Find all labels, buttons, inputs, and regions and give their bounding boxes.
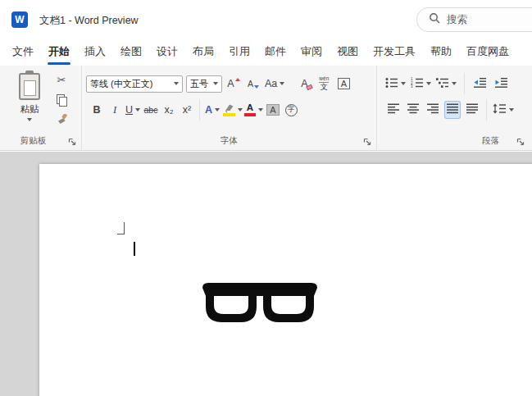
tab-help[interactable]: 帮助: [423, 39, 459, 66]
format-painter-icon: [56, 114, 68, 128]
text-effects-button[interactable]: A: [204, 101, 221, 119]
cut-button[interactable]: ✂: [51, 71, 72, 89]
tab-references[interactable]: 引用: [221, 39, 257, 66]
superscript-button[interactable]: x²: [179, 101, 195, 119]
line-spacing-icon: [493, 103, 507, 116]
clipboard-dialog-launcher[interactable]: [67, 137, 77, 147]
highlight-button[interactable]: [222, 101, 243, 119]
justify-icon: [447, 103, 459, 116]
format-painter-button[interactable]: [51, 112, 72, 130]
align-right-icon: [427, 103, 439, 116]
distribute-button[interactable]: [464, 101, 480, 119]
font-name-caret: [174, 82, 179, 85]
character-border-button[interactable]: A: [335, 75, 352, 93]
bold-button[interactable]: B: [89, 101, 105, 119]
character-shading-button[interactable]: A: [265, 101, 281, 119]
font-name-combobox[interactable]: 等线 (中文正文): [86, 75, 183, 93]
italic-button[interactable]: I: [107, 101, 123, 119]
shrink-font-icon: A: [248, 79, 253, 89]
font-color-icon: A: [244, 103, 256, 117]
glasses-image[interactable]: [202, 281, 317, 327]
bullets-icon: [385, 77, 398, 91]
document-page[interactable]: [39, 164, 532, 396]
grow-arrow-icon: [235, 78, 240, 81]
tab-design[interactable]: 设计: [149, 39, 185, 66]
tab-review[interactable]: 审阅: [293, 39, 330, 66]
word-app-window: W 文档1 - Word Preview 搜索 文件 开始 插入 绘图 设计 布…: [0, 0, 532, 396]
clear-formatting-button[interactable]: A: [296, 75, 312, 93]
align-right-button[interactable]: [425, 101, 441, 119]
numbering-icon: 123: [411, 77, 424, 91]
svg-text:3: 3: [411, 84, 413, 89]
search-placeholder: 搜索: [447, 13, 467, 27]
decrease-indent-button[interactable]: [472, 75, 489, 93]
enclose-characters-button[interactable]: 字: [283, 101, 299, 119]
search-box[interactable]: 搜索: [416, 7, 532, 32]
numbering-caret: [426, 82, 431, 85]
clear-formatting-icon: A: [301, 78, 307, 89]
word-logo-icon: W: [11, 11, 28, 28]
font-size-combobox[interactable]: 五号: [186, 75, 222, 93]
highlight-icon: [222, 103, 235, 116]
italic-icon: I: [113, 104, 116, 116]
text-cursor: [134, 242, 135, 256]
change-case-caret: [280, 82, 284, 85]
font-name-value: 等线 (中文正文): [90, 78, 152, 90]
copy-button[interactable]: [51, 91, 72, 109]
justify-button[interactable]: [444, 101, 461, 119]
change-case-button[interactable]: Aa: [265, 75, 284, 93]
numbering-button[interactable]: 123: [411, 75, 431, 93]
clipboard-paste-icon: [19, 71, 40, 100]
paragraph-group-label: 段落: [377, 134, 532, 148]
subscript-button[interactable]: x₂: [161, 101, 177, 119]
tab-mailings[interactable]: 邮件: [257, 39, 293, 66]
tab-home[interactable]: 开始: [41, 39, 77, 66]
font-size-caret: [213, 82, 218, 85]
tab-developer[interactable]: 开发工具: [366, 39, 423, 66]
document-area: [0, 152, 532, 396]
underline-button[interactable]: U: [125, 101, 141, 119]
tab-draw[interactable]: 绘图: [113, 39, 149, 66]
tab-baidu-netdisk[interactable]: 百度网盘: [459, 39, 516, 66]
font-group-label: 字体: [82, 134, 376, 148]
increase-indent-button[interactable]: [493, 75, 510, 93]
align-left-button[interactable]: [385, 101, 402, 119]
tab-insert[interactable]: 插入: [77, 39, 113, 66]
phonetic-guide-button[interactable]: wén 文: [316, 75, 332, 93]
bold-icon: B: [93, 104, 100, 116]
enclose-characters-icon: 字: [285, 104, 298, 116]
paragraph-dialog-launcher[interactable]: [516, 137, 525, 147]
text-boundary-mark: [117, 222, 125, 234]
decrease-indent-icon: [474, 77, 487, 91]
paste-dropdown-caret: [27, 118, 32, 121]
paragraph-group: 123: [377, 66, 532, 150]
font-color-caret: [258, 108, 263, 112]
tab-file[interactable]: 文件: [5, 39, 41, 66]
paste-button[interactable]: 粘贴: [10, 71, 49, 133]
font-color-button[interactable]: A: [244, 101, 263, 119]
align-center-button[interactable]: [405, 101, 421, 119]
text-effects-icon: A: [205, 104, 212, 116]
line-spacing-button[interactable]: [493, 101, 514, 119]
font-size-value: 五号: [190, 78, 208, 90]
font-group: 等线 (中文正文) 五号 A A Aa: [82, 66, 377, 150]
tab-layout[interactable]: 布局: [185, 39, 221, 66]
bullets-button[interactable]: [385, 75, 406, 93]
grow-font-icon: A: [227, 78, 234, 89]
text-effects-caret: [215, 108, 220, 112]
multilevel-list-caret: [452, 82, 457, 85]
grow-font-button[interactable]: A: [225, 75, 242, 93]
shrink-font-button[interactable]: A: [245, 75, 261, 93]
clipboard-group: 粘贴 ✂ 剪贴板: [0, 66, 82, 150]
copy-icon: [56, 94, 67, 106]
character-shading-icon: A: [266, 104, 279, 116]
strikethrough-button[interactable]: abc: [143, 101, 159, 119]
tab-view[interactable]: 视图: [330, 39, 366, 66]
font-dialog-launcher[interactable]: [362, 137, 372, 147]
line-spacing-caret: [509, 108, 514, 112]
multilevel-list-icon: [436, 77, 449, 91]
align-left-icon: [388, 103, 400, 116]
superscript-icon: x²: [183, 104, 191, 116]
character-border-icon: A: [338, 78, 350, 89]
multilevel-list-button[interactable]: [436, 75, 457, 93]
